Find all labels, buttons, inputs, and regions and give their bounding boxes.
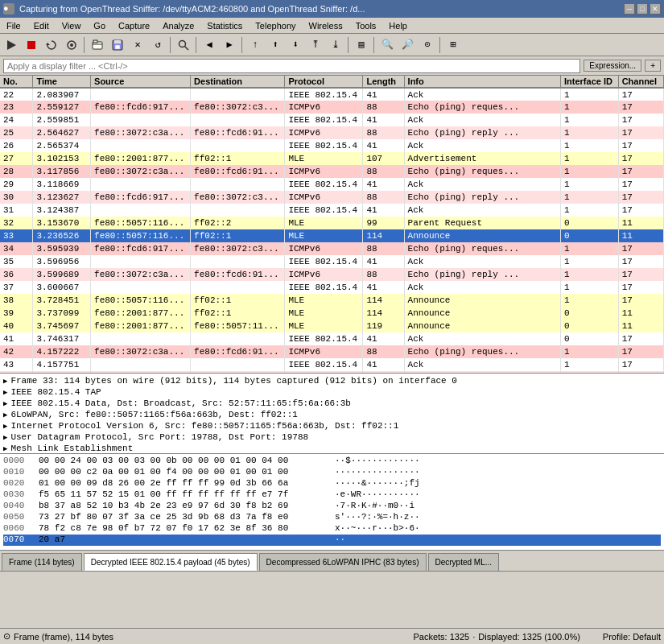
svg-rect-8 [114, 40, 121, 43]
col-length[interactable]: Length [363, 76, 404, 88]
menu-statistics[interactable]: Statistics [200, 19, 249, 32]
detail-item[interactable]: ▶Frame 33: 114 bytes on wire (912 bits),… [3, 375, 661, 386]
detail-item[interactable]: ▶User Datagram Protocol, Src Port: 19788… [3, 431, 661, 443]
detail-item[interactable]: ▶IEEE 802.15.4 TAP [3, 386, 661, 398]
detail-item[interactable]: ▶Mesh Link Establishment [3, 443, 661, 454]
hex-row[interactable]: 006078 f2 c8 7e 98 0f b7 72 07 f0 17 62 … [3, 523, 661, 535]
maximize-button[interactable]: □ [637, 3, 648, 14]
table-row[interactable]: 424.157222fe80::3072:c3a...fe80::fcd6:91… [0, 345, 664, 358]
table-row[interactable]: 313.124387IEEE 802.15.441Ack117 [0, 204, 664, 217]
table-row[interactable]: 252.564627fe80::3072:c3a...fe80::fcd6:91… [0, 126, 664, 139]
table-cell: 88 [363, 242, 404, 255]
table-cell [91, 139, 191, 152]
col-no[interactable]: No. [0, 76, 33, 88]
colorize-button[interactable]: ▤ [352, 36, 371, 54]
table-row[interactable]: 413.746317IEEE 802.15.441Ack017 [0, 332, 664, 345]
next-packet-button[interactable]: ⬇ [286, 36, 305, 54]
hex-row[interactable]: 005073 27 bf 80 07 3f 3a ce 25 3d 9b 68 … [3, 512, 661, 523]
table-row[interactable]: 363.599689fe80::3072:c3a...fe80::fcd6:91… [0, 268, 664, 281]
table-row[interactable]: 393.737099fe80::2001:877...ff02::1MLE114… [0, 307, 664, 320]
table-row[interactable]: 273.102153fe80::2001:877...ff02::1MLE107… [0, 152, 664, 165]
save-button[interactable] [108, 36, 127, 54]
table-row[interactable]: 283.117856fe80::3072:c3a...fe80::fcd6:91… [0, 165, 664, 178]
bottom-tab[interactable]: Decrypted ML... [428, 553, 500, 571]
hex-row[interactable]: 000000 00 24 00 03 00 03 00 0b 00 00 00 … [3, 456, 661, 467]
table-row[interactable]: 333.236526fe80::5057:116...ff02::1MLE114… [0, 229, 664, 242]
col-time[interactable]: Time [33, 76, 91, 88]
first-packet-button[interactable]: ⤒ [306, 36, 325, 54]
menu-file[interactable]: File [0, 19, 27, 32]
zoom-reset-button[interactable]: ⊙ [418, 36, 437, 54]
bottom-tab[interactable]: Decompressed 6LoWPAN IPHC (83 bytes) [259, 553, 427, 571]
find-packet-button[interactable] [174, 36, 193, 54]
stop-capture-button[interactable] [22, 36, 41, 54]
restart-capture-button[interactable] [42, 36, 61, 54]
options-button[interactable] [62, 36, 81, 54]
table-cell: ff02::1 [191, 229, 285, 242]
menu-edit[interactable]: Edit [27, 19, 56, 32]
col-source[interactable]: Source [91, 76, 191, 88]
menu-go[interactable]: Go [87, 19, 112, 32]
zoom-out-button[interactable]: 🔎 [398, 36, 417, 54]
bottom-tab[interactable]: Frame (114 bytes) [2, 553, 82, 571]
menu-tools[interactable]: Tools [349, 19, 383, 32]
hex-row[interactable]: 007020 a7·· [3, 535, 661, 546]
hex-row[interactable]: 0040b8 37 a8 52 10 b3 4b 2e 23 e9 97 6d … [3, 501, 661, 512]
table-row[interactable]: 262.565374IEEE 802.15.441Ack117 [0, 139, 664, 152]
reload-button[interactable]: ↺ [148, 36, 167, 54]
table-cell: 3.236526 [33, 229, 91, 242]
add-filter-button[interactable]: + [645, 60, 661, 72]
resize-columns-button[interactable]: ⊞ [443, 36, 463, 54]
table-row[interactable]: 353.596956IEEE 802.15.441Ack117 [0, 255, 664, 268]
back-button[interactable]: ◀ [200, 36, 219, 54]
hex-row[interactable]: 0030f5 65 11 57 52 15 01 00 ff ff ff ff … [3, 489, 661, 501]
menu-view[interactable]: View [56, 19, 88, 32]
table-row[interactable]: 232.559127fe80::fcd6:917...fe80::3072:c3… [0, 101, 664, 114]
table-row[interactable]: 293.118669IEEE 802.15.441Ack117 [0, 178, 664, 191]
menu-telephony[interactable]: Telephony [249, 19, 302, 32]
forward-button[interactable]: ▶ [220, 36, 239, 54]
table-row[interactable]: 303.123627fe80::fcd6:917...fe80::3072:c3… [0, 191, 664, 204]
open-button[interactable] [88, 36, 107, 54]
table-row[interactable]: 222.083907IEEE 802.15.441Ack117 [0, 88, 664, 101]
table-row[interactable]: 403.745697fe80::2001:877...fe80::5057:11… [0, 320, 664, 332]
table-row[interactable]: 383.728451fe80::5057:116...ff02::1MLE114… [0, 294, 664, 307]
col-channel[interactable]: Channel [618, 76, 663, 88]
menu-help[interactable]: Help [382, 19, 414, 32]
col-destination[interactable]: Destination [191, 76, 285, 88]
hex-offset: 0000 [3, 456, 32, 467]
detail-item[interactable]: ▶6LoWPAN, Src: fe80::5057:1165:f56a:663b… [3, 409, 661, 420]
status-displayed: Displayed: 1325 (100.0%) [478, 632, 580, 642]
detail-item[interactable]: ▶IEEE 802.15.4 Data, Dst: Broadcast, Src… [3, 398, 661, 409]
hex-row[interactable]: 001000 00 00 c2 0a 00 01 00 f4 00 00 00 … [3, 467, 661, 478]
filter-bar: Expression... + [0, 56, 664, 76]
table-cell: 0 [561, 217, 619, 229]
expression-button[interactable]: Expression... [584, 60, 641, 72]
menu-capture[interactable]: Capture [112, 19, 156, 32]
col-interface-id[interactable]: Interface ID [561, 76, 619, 88]
menu-analyze[interactable]: Analyze [156, 19, 200, 32]
start-capture-button[interactable] [2, 36, 21, 54]
table-row[interactable]: 373.600667IEEE 802.15.441Ack117 [0, 281, 664, 294]
last-packet-button[interactable]: ⤓ [326, 36, 345, 54]
detail-item[interactable]: ▶Internet Protocol Version 6, Src: fe80:… [3, 420, 661, 431]
hex-row[interactable]: 002001 00 00 09 d8 26 00 2e ff ff ff 99 … [3, 478, 661, 489]
zoom-in-button[interactable]: 🔍 [377, 36, 397, 54]
menu-wireless[interactable]: Wireless [303, 19, 349, 32]
app-icon: ● [3, 3, 14, 14]
bottom-tab[interactable]: Decrypted IEEE 802.15.4 payload (45 byte… [84, 553, 258, 571]
prev-packet-button[interactable]: ⬆ [266, 36, 285, 54]
table-row[interactable]: 242.559851IEEE 802.15.441Ack117 [0, 114, 664, 126]
table-row[interactable]: 323.153670fe80::5057:116...ff02::2MLE99P… [0, 217, 664, 229]
table-row[interactable]: 343.595939fe80::fcd6:917...fe80::3072:c3… [0, 242, 664, 255]
table-row[interactable]: 434.157751IEEE 802.15.441Ack117 [0, 358, 664, 371]
col-protocol[interactable]: Protocol [285, 76, 363, 88]
close-button[interactable]: ✕ [650, 3, 661, 14]
goto-packet-button[interactable]: ↑ [245, 36, 265, 54]
minimize-button[interactable]: ─ [624, 3, 635, 14]
close-file-button[interactable]: ✕ [128, 36, 147, 54]
table-cell: 17 [618, 204, 663, 217]
table-cell: 1 [561, 178, 619, 191]
col-info[interactable]: Info [404, 76, 560, 88]
display-filter-input[interactable] [3, 59, 580, 73]
